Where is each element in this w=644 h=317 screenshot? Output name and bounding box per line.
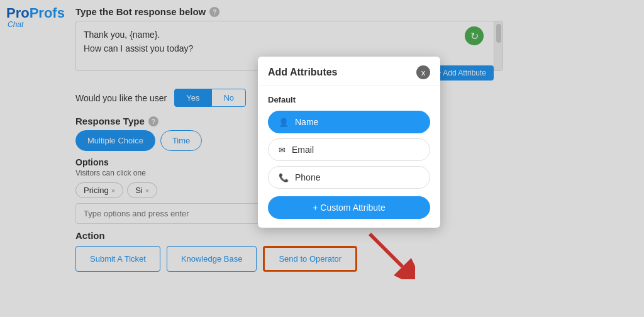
attr-item-phone[interactable]: 📞 Phone: [268, 166, 430, 189]
modal-section-label: Default: [268, 95, 430, 104]
attr-item-email[interactable]: ✉ Email: [268, 138, 430, 161]
main-container: ProProfs Chat Type the Bot response belo…: [0, 0, 644, 317]
attr-phone-label: Phone: [295, 172, 320, 182]
modal-title: Add Attributes: [268, 67, 338, 78]
phone-icon: 📞: [279, 173, 289, 182]
email-icon: ✉: [279, 145, 286, 155]
attr-item-name[interactable]: 👤 Name: [268, 111, 430, 133]
custom-attribute-button[interactable]: + Custom Attribute: [268, 196, 430, 219]
modal-body: Default 👤 Name ✉ Email 📞 Phone + Custom …: [258, 86, 440, 228]
modal-close-button[interactable]: x: [416, 65, 430, 79]
attr-name-label: Name: [295, 117, 318, 127]
name-icon: 👤: [279, 118, 289, 127]
attr-email-label: Email: [292, 145, 314, 155]
modal-header: Add Attributes x: [258, 57, 440, 86]
add-attributes-modal: Add Attributes x Default 👤 Name ✉ Email …: [258, 57, 440, 228]
